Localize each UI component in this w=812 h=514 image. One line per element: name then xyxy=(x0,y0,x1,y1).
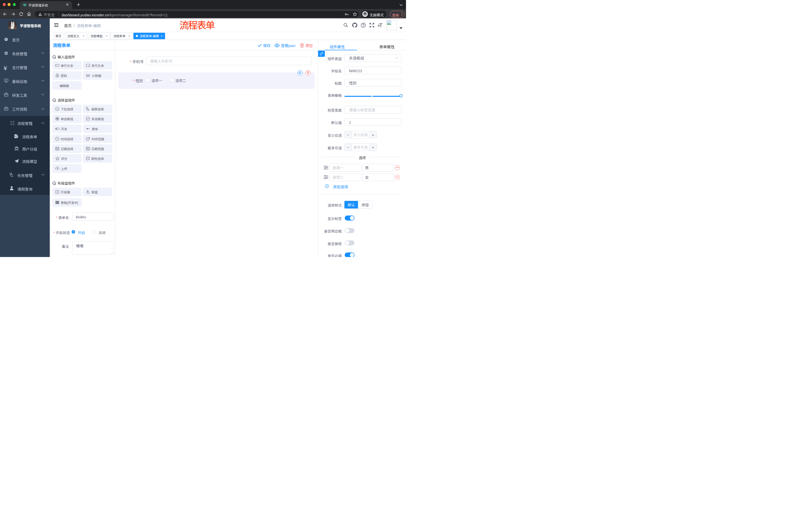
svg-text:123: 123 xyxy=(86,74,90,77)
